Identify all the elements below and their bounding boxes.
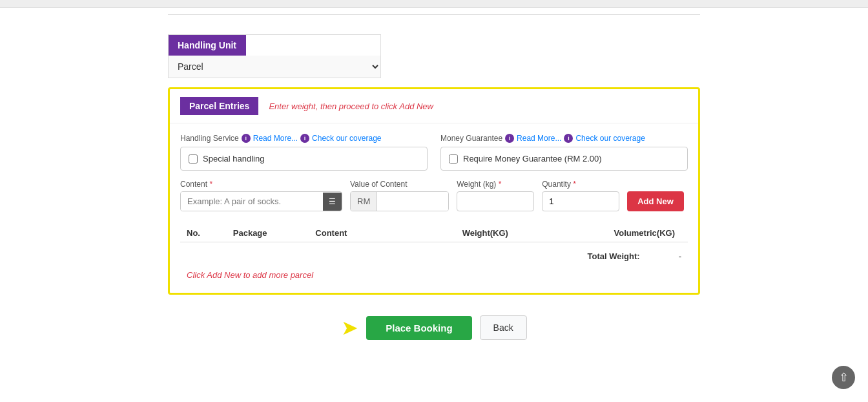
content-row: Content * ☰ Value of Content RM [180,180,688,211]
parcel-entries-body: Handling Service i Read More... i Check … [170,123,698,293]
money-guarantee-info-icon2[interactable]: i [564,134,573,143]
handling-service-col: Handling Service i Read More... i Check … [180,134,428,171]
content-icon-btn[interactable]: ☰ [323,193,342,211]
handling-service-checkbox[interactable] [189,154,198,164]
value-of-content-label: Value of Content [350,180,449,189]
total-weight-row: Total Weight: - [180,249,688,264]
parcel-entries-section: Parcel Entries Enter weight, then procee… [168,87,700,295]
parcel-table: No. Package Content Weight(KG) Volumetri… [180,224,688,242]
money-guarantee-check-coverage[interactable]: Check our coverage [575,134,645,143]
handling-service-check-coverage[interactable]: Check our coverage [312,134,381,143]
handling-service-checkbox-label: Special handling [203,154,264,164]
weight-required-marker: * [499,180,502,189]
handling-service-info-icon2[interactable]: i [300,134,309,143]
arrow-right-icon: ➤ [341,317,358,338]
page-wrapper: Handling Unit Parcel Document Box Parcel… [0,0,868,402]
add-more-hint: Click Add New to add more parcel [180,264,688,280]
service-row: Handling Service i Read More... i Check … [180,134,688,171]
parcel-entries-title: Parcel Entries [180,97,258,115]
content-input-wrapper: ☰ [180,191,342,211]
weight-input[interactable] [457,191,534,211]
handling-service-info-icon[interactable]: i [242,134,251,143]
col-weight: Weight(KG) [387,224,547,242]
weight-field-group: Weight (kg) * [457,180,534,211]
quantity-input[interactable] [542,191,619,211]
money-guarantee-checkbox-label: Require Money Guarantee (RM 2.00) [463,154,602,164]
money-guarantee-checkbox-field: Require Money Guarantee (RM 2.00) [440,147,688,171]
total-weight-value: - [679,251,681,261]
money-guarantee-checkbox[interactable] [449,154,458,164]
parcel-entries-header: Parcel Entries Enter weight, then procee… [170,89,698,123]
content-input[interactable] [181,192,323,211]
handling-unit-box: Handling Unit Parcel Document Box [168,34,381,78]
handling-service-label: Handling Service i Read More... i Check … [180,134,428,143]
handling-unit-section: Handling Unit Parcel Document Box [168,34,700,78]
value-of-content-group: Value of Content RM [350,180,449,211]
money-guarantee-info-icon[interactable]: i [505,134,514,143]
handling-service-read-more[interactable]: Read More... [253,134,298,143]
weight-label: Weight (kg) * [457,180,534,189]
add-new-button[interactable]: Add New [627,191,684,211]
value-input-wrapper: RM [350,191,449,211]
content-field-group: Content * ☰ [180,180,342,211]
handling-service-checkbox-field: Special handling [180,147,428,171]
parcel-entries-hint: Enter weight, then proceed to click Add … [269,101,433,111]
content-required-marker: * [209,180,212,189]
total-weight-label: Total Weight: [588,251,640,261]
bottom-actions: ➤ Place Booking Back [168,304,700,353]
scroll-to-top-button[interactable]: ⇧ [832,366,855,389]
money-guarantee-col: Money Guarantee i Read More... i Check o… [440,134,688,171]
top-separator [0,0,868,8]
main-content: Handling Unit Parcel Document Box Parcel… [0,8,868,402]
top-rule [168,14,700,15]
money-guarantee-read-more[interactable]: Read More... [517,134,561,143]
quantity-required-marker: * [573,180,576,189]
money-guarantee-label: Money Guarantee i Read More... i Check o… [440,134,688,143]
handling-unit-select[interactable]: Parcel Document Box [169,56,380,78]
quantity-label: Quantity * [542,180,619,189]
col-package: Package [227,224,309,242]
value-input[interactable] [377,192,448,211]
quantity-field-group: Quantity * [542,180,619,211]
back-button[interactable]: Back [480,315,527,340]
col-content: Content [309,224,387,242]
col-volumetric: Volumetric(KG) [547,224,688,242]
value-prefix: RM [351,192,377,211]
handling-unit-header: Handling Unit [169,35,246,56]
col-no: No. [180,224,227,242]
place-booking-button[interactable]: Place Booking [366,316,471,340]
content-label: Content * [180,180,342,189]
